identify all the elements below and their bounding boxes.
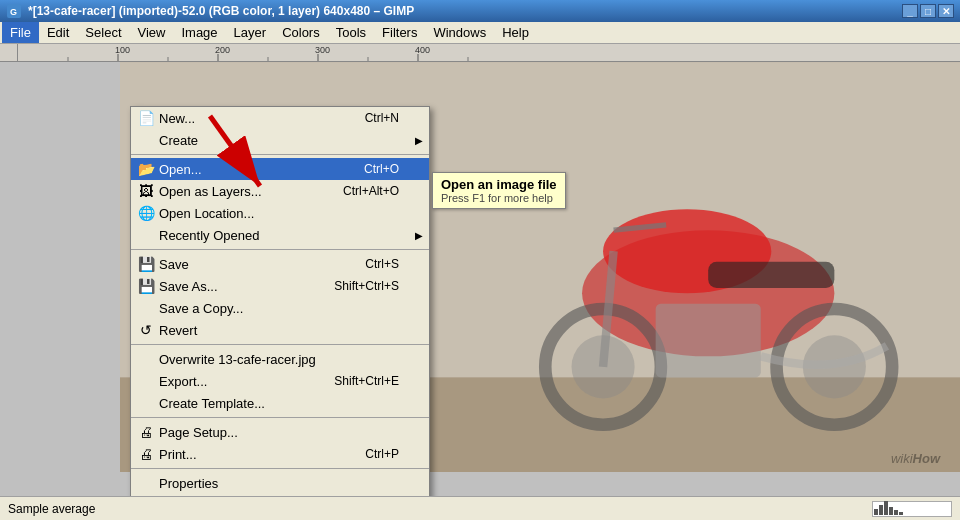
status-text: Sample average [8, 502, 95, 516]
new-icon: 📄 [135, 107, 157, 129]
menu-bar: File Edit Select View Image Layer Colors… [0, 22, 960, 44]
menu-item-overwrite[interactable]: Overwrite 13-cafe-racer.jpg [131, 348, 429, 370]
tooltip-title: Open an image file [441, 177, 557, 192]
app-icon: G [6, 3, 22, 19]
title-text: *[13-cafe-racer] (imported)-52.0 (RGB co… [28, 4, 414, 18]
menu-item-new[interactable]: 📄 New... Ctrl+N [131, 107, 429, 129]
menu-edit[interactable]: Edit [39, 22, 77, 43]
menu-item-open-location[interactable]: 🌐 Open Location... [131, 202, 429, 224]
svg-rect-27 [656, 304, 761, 378]
file-dropdown-menu: 📄 New... Ctrl+N Create 📂 Open... Ctrl+O … [130, 106, 430, 496]
menu-item-export[interactable]: Export... Shift+Ctrl+E [131, 370, 429, 392]
menu-item-page-setup[interactable]: 🖨 Page Setup... [131, 421, 429, 443]
open-location-icon: 🌐 [135, 202, 157, 224]
status-bar: Sample average [0, 496, 960, 520]
open-layers-icon: 🖼 [135, 180, 157, 202]
menu-item-new-shortcut: Ctrl+N [365, 111, 399, 125]
menu-item-save-copy-label: Save a Copy... [159, 301, 243, 316]
menu-help[interactable]: Help [494, 22, 537, 43]
menu-item-export-shortcut: Shift+Ctrl+E [334, 374, 399, 388]
menu-filters[interactable]: Filters [374, 22, 425, 43]
menu-item-create-template[interactable]: Create Template... [131, 392, 429, 414]
menu-item-save-as[interactable]: 💾 Save As... Shift+Ctrl+S [131, 275, 429, 297]
maximize-button[interactable]: □ [920, 4, 936, 18]
workspace: wikiHow 📄 New... Ctrl+N Create 📂 Open...… [0, 62, 960, 496]
horizontal-ruler: 100 200 300 400 [18, 44, 960, 61]
top-ruler: 100 200 300 400 [0, 44, 960, 62]
menu-item-open-layers-shortcut: Ctrl+Alt+O [343, 184, 399, 198]
separator-3 [131, 344, 429, 345]
save-as-icon: 💾 [135, 275, 157, 297]
menu-item-recent[interactable]: Recently Opened [131, 224, 429, 246]
menu-windows[interactable]: Windows [425, 22, 494, 43]
menu-file[interactable]: File [2, 22, 39, 43]
svg-text:200: 200 [215, 45, 230, 55]
menu-item-create-template-label: Create Template... [159, 396, 265, 411]
menu-item-save-copy[interactable]: Save a Copy... [131, 297, 429, 319]
menu-select[interactable]: Select [77, 22, 129, 43]
menu-item-save[interactable]: 💾 Save Ctrl+S [131, 253, 429, 275]
menu-item-open[interactable]: 📂 Open... Ctrl+O [131, 158, 429, 180]
save-icon: 💾 [135, 253, 157, 275]
menu-item-revert[interactable]: ↺ Revert [131, 319, 429, 341]
menu-item-overwrite-label: Overwrite 13-cafe-racer.jpg [159, 352, 316, 367]
menu-item-page-setup-label: Page Setup... [159, 425, 238, 440]
svg-text:100: 100 [115, 45, 130, 55]
menu-item-create[interactable]: Create [131, 129, 429, 151]
open-icon: 📂 [135, 158, 157, 180]
menu-item-print-shortcut: Ctrl+P [365, 447, 399, 461]
menu-item-recent-label: Recently Opened [159, 228, 259, 243]
watermark: wikiHow [891, 451, 940, 466]
tooltip-box: Open an image file Press F1 for more hel… [432, 172, 566, 209]
menu-item-open-label: Open... [159, 162, 202, 177]
menu-item-open-layers[interactable]: 🖼 Open as Layers... Ctrl+Alt+O [131, 180, 429, 202]
print-icon: 🖨 [135, 443, 157, 465]
separator-2 [131, 249, 429, 250]
menu-tools[interactable]: Tools [328, 22, 374, 43]
title-bar: G *[13-cafe-racer] (imported)-52.0 (RGB … [0, 0, 960, 22]
separator-4 [131, 417, 429, 418]
menu-image[interactable]: Image [173, 22, 225, 43]
menu-item-properties[interactable]: Properties [131, 472, 429, 494]
menu-item-print[interactable]: 🖨 Print... Ctrl+P [131, 443, 429, 465]
separator-5 [131, 468, 429, 469]
menu-item-create-label: Create [159, 133, 198, 148]
menu-item-save-as-label: Save As... [159, 279, 218, 294]
menu-layer[interactable]: Layer [226, 22, 275, 43]
menu-item-save-as-shortcut: Shift+Ctrl+S [334, 279, 399, 293]
window-controls: _ □ ✕ [902, 4, 954, 18]
menu-item-properties-label: Properties [159, 476, 218, 491]
svg-text:G: G [10, 7, 17, 17]
svg-text:300: 300 [315, 45, 330, 55]
separator-1 [131, 154, 429, 155]
menu-item-save-shortcut: Ctrl+S [365, 257, 399, 271]
menu-item-open-shortcut: Ctrl+O [364, 162, 399, 176]
svg-rect-22 [708, 262, 834, 288]
menu-view[interactable]: View [130, 22, 174, 43]
svg-text:400: 400 [415, 45, 430, 55]
histogram-mini [872, 501, 952, 517]
menu-item-open-location-label: Open Location... [159, 206, 254, 221]
page-setup-icon: 🖨 [135, 421, 157, 443]
close-button[interactable]: ✕ [938, 4, 954, 18]
menu-item-export-label: Export... [159, 374, 207, 389]
revert-icon: ↺ [135, 319, 157, 341]
menu-item-open-layers-label: Open as Layers... [159, 184, 262, 199]
menu-item-new-label: New... [159, 111, 195, 126]
minimize-button[interactable]: _ [902, 4, 918, 18]
menu-item-print-label: Print... [159, 447, 197, 462]
menu-item-revert-label: Revert [159, 323, 197, 338]
tooltip-description: Press F1 for more help [441, 192, 557, 204]
ruler-corner [0, 44, 18, 62]
menu-item-save-label: Save [159, 257, 189, 272]
menu-colors[interactable]: Colors [274, 22, 328, 43]
